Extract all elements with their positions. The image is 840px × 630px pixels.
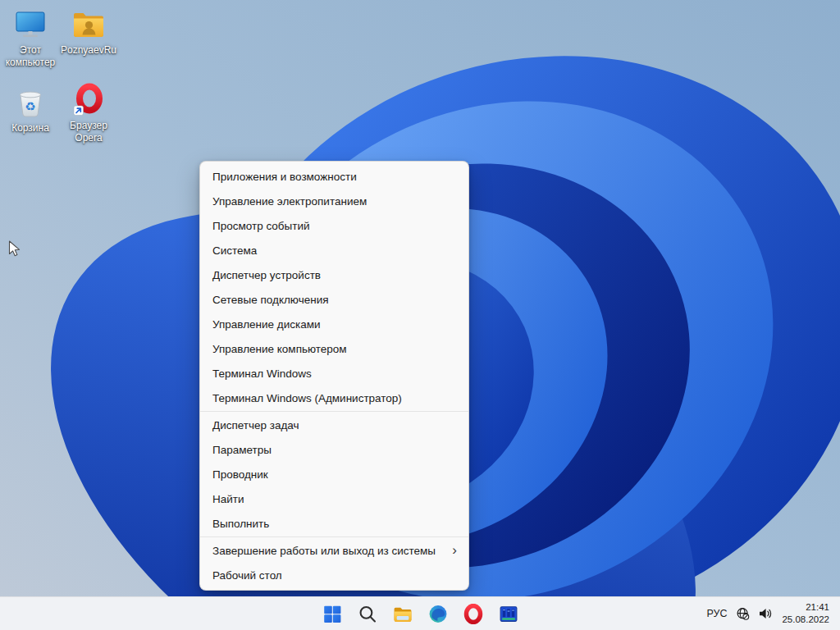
chevron-right-icon: › [452, 543, 457, 557]
this-pc-icon [12, 7, 48, 43]
menu-item-label: Управление компьютером [212, 343, 347, 355]
clock[interactable]: 21:41 25.08.2022 [782, 601, 829, 626]
menu-item-search[interactable]: Найти [200, 486, 468, 511]
menu-item-label: Управление электропитанием [212, 195, 367, 208]
menu-item-label: Система [212, 244, 257, 257]
user-folder-icon [71, 7, 107, 43]
menu-item-label: Приложения и возможности [212, 171, 357, 183]
menu-item-apps-features[interactable]: Приложения и возможности [200, 164, 468, 189]
menu-item-label: Управление дисками [212, 318, 321, 331]
desktop-icon-label: Браузер Opera [58, 120, 119, 144]
svg-text:♻: ♻ [25, 99, 35, 114]
opera-icon [71, 82, 107, 118]
menu-item-task-manager[interactable]: Диспетчер задач [200, 413, 468, 437]
desktop-icon-this-pc[interactable]: Этот компьютер [0, 7, 61, 69]
desktop-icon-user-folder[interactable]: PoznyaevRu [58, 7, 119, 57]
recycle-bin-icon: ♻ [12, 84, 48, 121]
volume-icon[interactable] [759, 608, 773, 619]
desktop-icon-opera-browser[interactable]: Браузер Opera [58, 82, 119, 144]
taskbar-edge-button[interactable] [422, 600, 454, 628]
menu-item-label: Просмотр событий [212, 220, 310, 232]
menu-item-disk-management[interactable]: Управление дисками [200, 312, 468, 336]
desktop-icon-label: PoznyaevRu [61, 44, 116, 57]
opera-icon [463, 604, 483, 624]
menu-item-system[interactable]: Система [200, 238, 468, 262]
menu-item-windows-terminal[interactable]: Терминал Windows [200, 361, 468, 386]
taskbar-explorer-button[interactable] [386, 600, 419, 628]
menu-item-run[interactable]: Выполнить [200, 511, 468, 536]
language-indicator[interactable]: РУС [706, 608, 727, 619]
menu-separator [200, 536, 468, 537]
menu-item-label: Выполнить [212, 518, 269, 530]
menu-item-label: Терминал Windows (Администратор) [212, 392, 402, 404]
taskbar-task-manager-button[interactable] [492, 600, 525, 628]
desktop-icon-recycle-bin[interactable]: ♻ Корзина [0, 84, 61, 135]
edge-icon [427, 604, 448, 624]
menu-item-computer-management[interactable]: Управление компьютером [200, 336, 468, 361]
menu-item-label: Проводник [212, 468, 268, 481]
clock-date: 25.08.2022 [782, 614, 829, 626]
menu-item-event-viewer[interactable]: Просмотр событий [200, 213, 468, 238]
windows-11-desktop: Этот компьютер PoznyaevRu ♻ Корзина [0, 0, 840, 630]
desktop-icon-label: Этот компьютер [0, 44, 61, 69]
menu-item-network-connections[interactable]: Сетевые подключения [200, 287, 468, 312]
file-explorer-icon [392, 604, 413, 624]
desktop-icon-label: Корзина [11, 122, 49, 135]
start-icon [322, 604, 342, 624]
menu-item-device-manager[interactable]: Диспетчер устройств [200, 262, 468, 287]
menu-item-power-options[interactable]: Управление электропитанием [200, 189, 468, 213]
taskbar-start-button[interactable] [316, 600, 349, 628]
clock-time: 21:41 [782, 601, 829, 614]
taskbar-search-button[interactable] [351, 600, 384, 628]
system-tray: РУС [706, 597, 840, 630]
taskbar: РУС [0, 596, 840, 630]
menu-item-settings[interactable]: Параметры [200, 437, 468, 462]
taskbar-center-icons [316, 597, 525, 630]
menu-item-label: Терминал Windows [212, 368, 312, 380]
menu-item-label: Рабочий стол [212, 569, 282, 582]
menu-item-windows-terminal-admin[interactable]: Терминал Windows (Администратор) [200, 386, 468, 410]
menu-separator [200, 411, 468, 412]
menu-item-label: Диспетчер устройств [212, 269, 321, 281]
task-manager-icon [498, 604, 518, 624]
taskbar-opera-button[interactable] [457, 600, 490, 628]
network-globe-no-internet-icon[interactable] [736, 607, 750, 620]
winx-context-menu: Приложения и возможности Управление элек… [199, 161, 469, 591]
menu-item-label: Диспетчер задач [212, 419, 299, 431]
menu-item-label: Завершение работы или выход из системы [212, 545, 436, 557]
menu-item-file-explorer[interactable]: Проводник [200, 462, 468, 486]
menu-item-desktop[interactable]: Рабочий стол [200, 563, 468, 587]
search-icon [357, 604, 377, 624]
menu-item-label: Сетевые подключения [212, 294, 329, 306]
menu-item-shutdown-signout[interactable]: Завершение работы или выход из системы › [200, 538, 468, 563]
menu-item-label: Найти [212, 493, 244, 505]
menu-item-label: Параметры [212, 444, 272, 456]
